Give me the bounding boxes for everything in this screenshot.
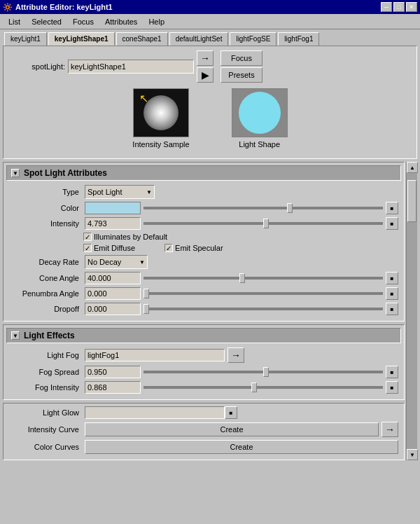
spotlight-controls: → ▶ Focus Presets [68,50,262,83]
tab-coneshape1[interactable]: coneShape1 [116,32,168,46]
color-swatch[interactable] [85,202,141,214]
export-icon-btn[interactable]: ▶ [197,67,214,83]
cone-angle-end-btn[interactable]: ■ [386,272,398,284]
fog-spread-end-btn[interactable]: ■ [386,366,398,378]
light-fog-row: Light Fog → [6,347,401,363]
intensity-glow [144,95,178,130]
emit-diffuse-label: Emit Diffuse [94,244,135,252]
close-button[interactable]: ✕ [406,2,417,12]
title-bar: 🔆 Attribute Editor: keyLight1 ─ □ ✕ [0,0,420,14]
light-effects-section: ▼ Light Effects Light Fog → Fog Spread ■ [3,324,405,400]
focus-button[interactable]: Focus [220,50,262,66]
maximize-button[interactable]: □ [393,2,405,12]
spotlight-area: spotLight: → ▶ Focus Presets ↖ [3,46,417,159]
cone-angle-input[interactable] [85,272,141,284]
intensity-row: Intensity ■ [6,217,401,230]
intensity-curve-create-btn[interactable]: Create [85,422,379,436]
decay-rate-label: Decay Rate [9,258,79,266]
spot-light-section-header: ▼ Spot Light Attributes [6,165,401,181]
light-glow-end-btn[interactable]: ■ [225,406,237,419]
minimize-button[interactable]: ─ [381,2,392,12]
scrollbar-track [407,173,417,449]
emit-specular-checkbox[interactable]: ✓ [164,244,173,252]
spot-light-collapse-btn[interactable]: ▼ [11,169,20,177]
emit-diffuse-checkbox[interactable]: ✓ [83,244,92,252]
decay-select-arrow: ▼ [139,259,145,266]
fog-intensity-input[interactable] [85,381,141,394]
color-curves-row: Color Curves Create [6,440,401,454]
spotlight-row: spotLight: → ▶ Focus Presets [9,50,411,83]
import-icon-btn[interactable]: → [197,50,214,66]
intensity-sample-canvas: ↖ [133,88,189,137]
fog-spread-label: Fog Spread [9,368,79,376]
penumbra-end-btn[interactable]: ■ [386,287,398,300]
dropoff-end-btn[interactable]: ■ [386,303,398,315]
menu-focus[interactable]: Focus [69,17,98,27]
light-fog-icon-btn[interactable]: → [227,347,244,363]
fog-intensity-end-btn[interactable]: ■ [386,381,398,394]
intensity-slider-thumb[interactable] [263,219,269,228]
fog-spread-slider-thumb[interactable] [263,367,269,377]
checkboxes-row2: ✓ Emit Diffuse ✓ Emit Specular [6,244,401,252]
intensity-input[interactable] [85,217,141,230]
spotlight-icon-col: → ▶ [197,50,214,83]
fog-intensity-slider-thumb[interactable] [251,382,257,392]
tab-defaultlightset[interactable]: defaultLightSet [169,32,229,46]
intensity-curve-label: Intensity Curve [9,425,79,434]
menu-help[interactable]: Help [144,17,169,27]
penumbra-input[interactable] [85,287,141,300]
dropoff-slider-thumb[interactable] [144,304,149,314]
light-effects-header: ▼ Light Effects [6,328,401,343]
dropoff-input[interactable] [85,303,141,315]
fog-spread-input[interactable] [85,366,141,378]
light-fog-input[interactable] [85,349,225,361]
penumbra-slider-thumb[interactable] [144,289,149,298]
dropoff-slider-track [144,308,383,310]
bottom-rows: Light Glow ■ Intensity Curve Create → Co… [3,403,405,460]
intensity-slider-track [144,222,383,225]
intensity-curve-icon-btn[interactable]: → [382,422,398,437]
tab-lightfog1[interactable]: lightFog1 [278,32,319,46]
content-wrapper: ▼ Spot Light Attributes Type Spot Light … [3,162,417,460]
spotlight-input[interactable] [68,60,194,74]
light-glow-input[interactable] [85,406,225,419]
menu-selected[interactable]: Selected [27,17,66,27]
illuminates-checkbox[interactable]: ✓ [83,233,92,241]
color-slider-thumb[interactable] [287,203,293,213]
fog-intensity-label: Fog Intensity [9,383,79,392]
presets-button[interactable]: Presets [220,67,262,83]
light-effects-collapse-btn[interactable]: ▼ [11,331,20,340]
type-row: Type Spot Light ▼ [6,185,401,199]
color-curves-label: Color Curves [9,443,79,451]
scrollbar-up-btn[interactable]: ▲ [407,162,418,173]
fog-intensity-slider-track [144,386,383,389]
menu-attributes[interactable]: Attributes [101,17,141,27]
scrollbar-thumb[interactable] [407,180,416,222]
scrollbar-down-btn[interactable]: ▼ [407,449,418,460]
illuminates-checkbox-item: ✓ Illuminates by Default [83,233,167,241]
decay-rate-value: No Decay [88,258,121,266]
light-shape-item: Light Shape [232,88,288,149]
type-label: Type [9,188,79,196]
illuminates-label: Illuminates by Default [94,233,167,241]
tab-keylightshape1[interactable]: keyLightShape1 [48,32,115,46]
window-controls: ─ □ ✕ [381,2,417,12]
menu-list[interactable]: List [4,17,24,27]
color-end-btn[interactable]: ■ [386,202,398,214]
light-fog-arrow-icon: → [231,350,241,361]
dropoff-label: Dropoff [9,305,79,313]
penumbra-label: Penumbra Angle [9,289,79,298]
cone-angle-slider-thumb[interactable] [239,273,245,283]
emit-diffuse-item: ✓ Emit Diffuse [83,244,135,252]
light-glow-label: Light Glow [9,408,79,417]
decay-rate-select[interactable]: No Decay ▼ [85,255,148,269]
intensity-label: Intensity [9,219,79,228]
tab-lightfogse[interactable]: lightFogSE [230,32,276,46]
type-select[interactable]: Spot Light ▼ [85,185,155,199]
tab-keylight1[interactable]: keyLight1 [4,32,47,46]
intensity-end-btn[interactable]: ■ [386,217,398,230]
color-curves-create-btn[interactable]: Create [85,440,398,454]
penumbra-row: Penumbra Angle ■ [6,287,401,300]
import-icon: → [200,53,210,64]
spot-light-section-title: Spot Light Attributes [24,168,107,178]
